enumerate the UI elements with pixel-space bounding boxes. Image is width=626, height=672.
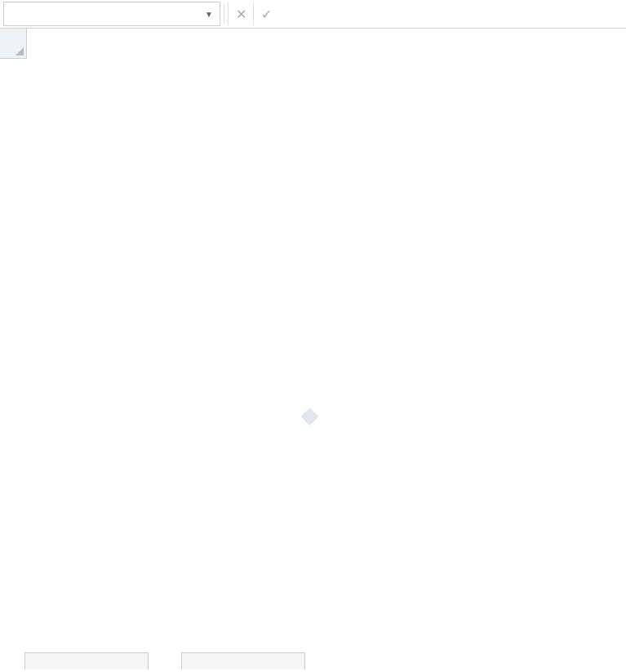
enter-icon[interactable]: ✓ bbox=[253, 2, 278, 25]
sheet-tab[interactable] bbox=[24, 652, 149, 670]
sheet-tabs bbox=[24, 652, 626, 672]
formula-bar-row: ▼ ✕ ✓ bbox=[0, 0, 626, 29]
name-box[interactable]: ▼ bbox=[3, 2, 220, 26]
cancel-icon[interactable]: ✕ bbox=[228, 2, 253, 25]
watermark-icon bbox=[301, 407, 319, 425]
name-box-dropdown-icon[interactable]: ▼ bbox=[205, 10, 213, 19]
formula-input[interactable] bbox=[303, 2, 626, 25]
sheet-header bbox=[0, 29, 626, 59]
watermark bbox=[301, 407, 326, 425]
select-all-corner[interactable] bbox=[0, 29, 27, 59]
sheet-tab[interactable] bbox=[181, 652, 305, 670]
